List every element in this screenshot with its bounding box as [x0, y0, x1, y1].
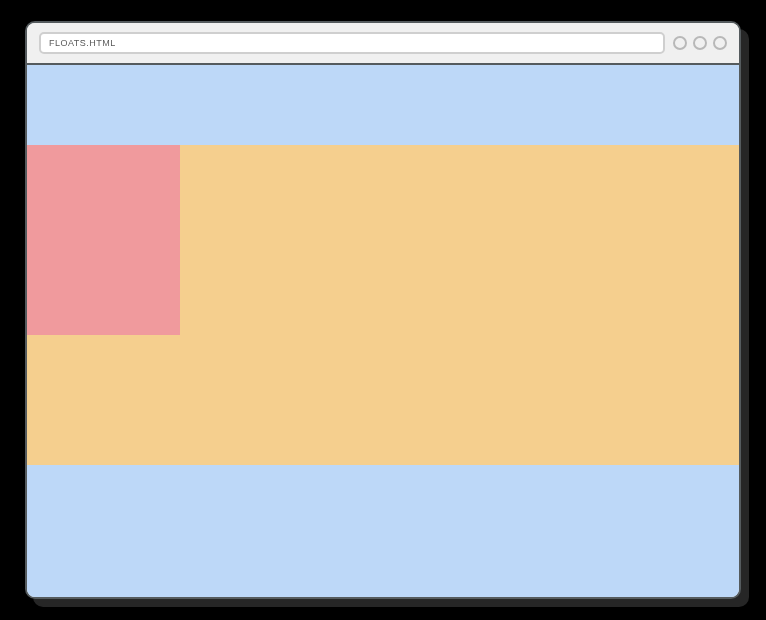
floated-block [27, 145, 180, 335]
window-button-3[interactable] [713, 36, 727, 50]
title-bar: FLOATS.HTML [27, 23, 739, 65]
window-button-1[interactable] [673, 36, 687, 50]
viewport [27, 65, 739, 597]
address-bar[interactable]: FLOATS.HTML [39, 32, 665, 54]
browser-window-mockup: FLOATS.HTML [25, 21, 741, 599]
window-controls [673, 36, 727, 50]
browser-window: FLOATS.HTML [25, 21, 741, 599]
window-button-2[interactable] [693, 36, 707, 50]
address-text: FLOATS.HTML [49, 38, 116, 48]
